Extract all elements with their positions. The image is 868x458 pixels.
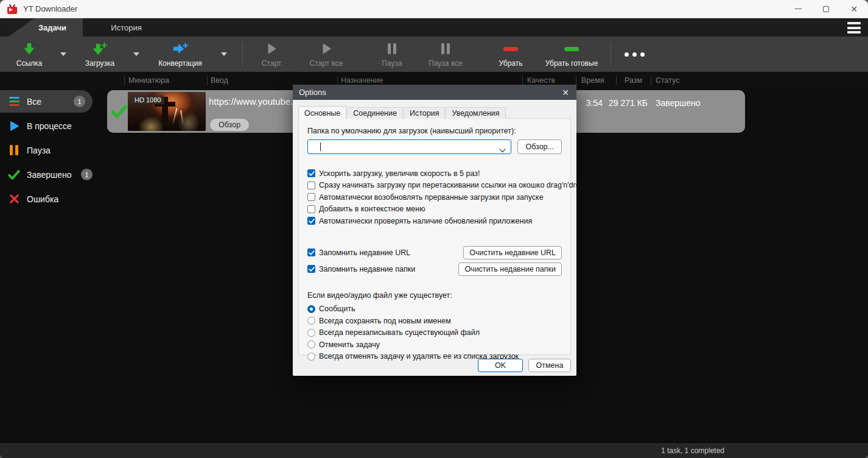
- ok-button[interactable]: OK: [478, 359, 523, 372]
- clear-recent-urls-button[interactable]: Очистить недавние URL: [463, 246, 562, 259]
- dialog-tab-connection[interactable]: Соединение: [347, 107, 403, 119]
- sidebar-item-all[interactable]: Все 1: [0, 90, 93, 113]
- column-destination[interactable]: Назначение: [341, 76, 383, 85]
- radio-label: Сообщить: [319, 305, 355, 313]
- checkbox-label: Добавить в контекстное меню: [319, 205, 425, 213]
- column-separator: [651, 76, 651, 85]
- completed-check-icon: [110, 102, 128, 121]
- close-icon: ✕: [850, 5, 858, 13]
- column-time[interactable]: Время: [581, 76, 604, 85]
- radio-icon: [307, 353, 315, 361]
- task-browse-button[interactable]: Обзор: [210, 119, 249, 131]
- app-logo-icon: [6, 4, 18, 14]
- radio-overwrite[interactable]: Всегда перезаписывать существующий файл: [307, 327, 562, 339]
- column-status[interactable]: Статус: [656, 76, 680, 85]
- cancel-button[interactable]: Отмена: [528, 359, 571, 372]
- download-dropdown-caret[interactable]: [123, 38, 150, 70]
- convert-dropdown-caret[interactable]: [211, 38, 237, 70]
- checkbox-icon: [307, 248, 315, 256]
- dialog-tab-notifications[interactable]: Уведомления: [446, 107, 505, 119]
- start-all-button[interactable]: Старт все: [299, 38, 354, 70]
- tab-history[interactable]: История: [91, 18, 161, 37]
- tab-tasks-label: Задачи: [38, 23, 66, 32]
- radio-notify[interactable]: Сообщить: [307, 303, 562, 315]
- dialog-tab-general[interactable]: Основные: [298, 106, 346, 119]
- dialog-title: Options: [299, 88, 326, 97]
- pause-button[interactable]: Пауза: [371, 38, 413, 70]
- pause-all-button[interactable]: Пауза все: [418, 38, 473, 70]
- column-separator: [616, 76, 617, 85]
- count-badge: 1: [81, 169, 93, 180]
- add-download-button[interactable]: Загрузка: [77, 38, 123, 70]
- dialog-tab-panel: Папка по умолчанию для загрузок (наивысш…: [298, 118, 571, 355]
- menu-icon[interactable]: [846, 21, 863, 34]
- pause-all-label: Пауза все: [429, 59, 463, 68]
- browse-folder-button[interactable]: Обзор...: [517, 139, 562, 154]
- dialog-footer: OK Отмена: [478, 359, 571, 372]
- radio-icon: [307, 329, 315, 337]
- clear-recent-folders-button[interactable]: Очистить недавние папки: [458, 262, 562, 276]
- remove-completed-dash-icon: [564, 41, 579, 57]
- add-download-label: Загрузка: [85, 59, 115, 68]
- radio-cancel-task[interactable]: Отменить задачу: [307, 339, 562, 351]
- checkbox-label: Автоматически возобновлять прерванные за…: [319, 193, 544, 202]
- titlebar: YT Downloader ✕: [0, 0, 868, 18]
- dialog-tabs: Основные Соединение История Уведомления: [298, 105, 506, 119]
- checkbox-auto-resume[interactable]: Автоматически возобновлять прерванные за…: [307, 191, 562, 203]
- folder-combobox[interactable]: [307, 139, 511, 154]
- remove-button[interactable]: Убрать: [488, 38, 534, 70]
- tab-history-label: История: [111, 23, 141, 32]
- checkbox-check-updates[interactable]: Автоматически проверять наличие обновлен…: [307, 215, 562, 227]
- dialog-titlebar: Options ✕: [293, 85, 576, 100]
- options-checkbox-group: Ускорить загрузку, увеличив скорость в 5…: [307, 167, 562, 227]
- column-input[interactable]: Ввод: [211, 76, 228, 85]
- sidebar-item-error[interactable]: Ошибка: [0, 188, 103, 210]
- maximize-icon: [823, 6, 829, 12]
- add-link-button[interactable]: Ссылка: [9, 38, 50, 70]
- maximize-button[interactable]: [812, 0, 840, 18]
- checkbox-remember-folders[interactable]: Запомнить недавние папки: [307, 263, 415, 275]
- checkbox-speed-boost[interactable]: Ускорить загрузку, увеличив скорость в 5…: [307, 167, 562, 180]
- dialog-tab-history[interactable]: История: [404, 107, 445, 119]
- more-options-icon[interactable]: [625, 38, 645, 70]
- all-list-icon: [7, 95, 21, 108]
- checkbox-icon: [307, 193, 315, 201]
- play-all-icon: [318, 41, 334, 57]
- column-quality[interactable]: Качеств: [527, 76, 555, 85]
- sidebar-item-paused[interactable]: Пауза: [0, 139, 103, 161]
- dialog-close-icon[interactable]: ✕: [555, 85, 576, 100]
- minimize-button[interactable]: [784, 0, 812, 18]
- remove-label: Убрать: [499, 59, 522, 68]
- remove-completed-button[interactable]: Убрать готовые: [540, 38, 603, 70]
- file-exists-label: Если видео/аудио файл уже существует:: [307, 291, 562, 300]
- start-button[interactable]: Старт: [250, 38, 293, 70]
- close-button[interactable]: ✕: [840, 0, 868, 18]
- checkbox-remember-urls[interactable]: Запомнить недавние URL: [307, 247, 410, 259]
- window-title: YT Downloader: [23, 4, 77, 13]
- checkbox-icon: [307, 205, 315, 213]
- start-label: Старт: [262, 59, 282, 68]
- minimize-icon: [795, 9, 802, 10]
- sidebar-item-completed[interactable]: Завершено 1: [0, 163, 103, 186]
- convert-arrow-icon: [172, 41, 188, 57]
- checkbox-label: Автоматически проверять наличие обновлен…: [319, 217, 532, 225]
- chevron-down-icon[interactable]: [499, 144, 506, 155]
- radio-icon: [307, 317, 315, 325]
- checkbox-label: Запомнить недавние папки: [319, 265, 415, 273]
- sidebar-item-in-progress[interactable]: В процессе: [0, 114, 103, 137]
- status-text: 1 task, 1 completed: [661, 446, 724, 455]
- tab-tasks[interactable]: Задачи: [9, 18, 83, 37]
- radio-save-new-name[interactable]: Всегда сохранять под новым именем: [307, 315, 562, 327]
- app-window: YT Downloader ✕ Задачи История Ссылка За…: [0, 0, 868, 458]
- checkbox-context-menu[interactable]: Добавить в контекстное меню: [307, 203, 562, 216]
- column-separator: [207, 76, 208, 85]
- convert-button[interactable]: Конвертация: [150, 38, 211, 70]
- main-tabstrip: Задачи История: [0, 18, 868, 37]
- column-size[interactable]: Разм: [625, 76, 642, 85]
- link-dropdown-caret[interactable]: [50, 38, 77, 70]
- column-thumbnail[interactable]: Миниатюра: [128, 76, 169, 85]
- checkbox-start-on-drag[interactable]: Сразу начинать загрузку при перетаскиван…: [307, 180, 562, 192]
- pause-label: Пауза: [382, 59, 402, 68]
- toolbar-separator: [611, 42, 611, 66]
- sidebar-item-label: Ошибка: [27, 194, 58, 204]
